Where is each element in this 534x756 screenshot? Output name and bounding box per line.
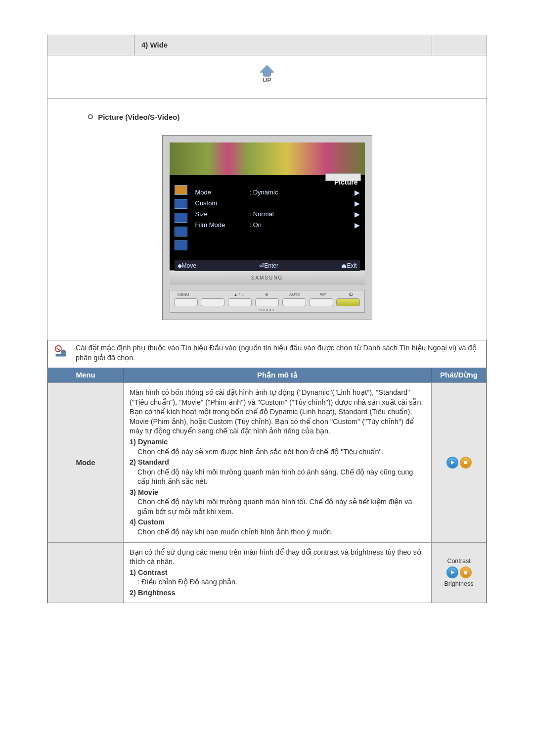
osd-base-label: AUTO: [285, 292, 304, 297]
mode-opt1-body: Chọn chế độ này sẽ xem được hình ảnh sắc…: [137, 447, 425, 457]
up-link-wrap: UP: [47, 55, 487, 98]
table-header-play: Phát/Dừng: [432, 368, 486, 382]
osd-icon-column: [175, 185, 189, 254]
osd-arrow-column: ▶ ▶ ▶ ▶: [355, 187, 360, 231]
table-row: Bạn có thể sử dụng các menu trên màn hìn…: [48, 542, 486, 603]
osd-nav-icon: [175, 185, 187, 195]
custom-opt2-heading: 2) Brightness: [130, 588, 425, 598]
osd-footer-enter: ⏎Enter: [259, 262, 278, 269]
osd-setting-label: Size: [195, 209, 250, 220]
svg-point-3: [61, 350, 66, 355]
mode-opt3-body: Chọn chế độ này khi môi trường quanh màn…: [137, 497, 425, 517]
side-label-brightness: Brightness: [444, 580, 473, 587]
note-text: Cài đặt mặc định phụ thuộc vào Tín hiệu …: [76, 343, 480, 363]
osd-setting-row: Size: Normal: [195, 209, 347, 220]
mode-opt1-heading: 1) Dynamic: [130, 437, 425, 447]
osd-base-label: ⊕: [258, 292, 276, 297]
section-title: Picture (Video/S-Video): [98, 113, 179, 121]
hardware-button: [310, 298, 333, 306]
hardware-button: [174, 298, 198, 306]
osd-base-label: ▲ / ☼: [229, 292, 248, 297]
prev-size-row: 4) Wide: [47, 35, 487, 55]
play-icon[interactable]: [446, 567, 458, 578]
osd-setting-value: : On: [250, 220, 347, 231]
osd-button-base: MENU ▲ / ☼ ⊕ AUTO PIP ⏻ SOU: [170, 290, 365, 313]
mode-opt2-body: Chọn chế độ này khi môi trường quanh màn…: [137, 468, 425, 487]
hardware-button: [201, 298, 224, 306]
osd-setting-value: : Dynamic: [250, 187, 347, 198]
prev-size-right-cell: [432, 35, 487, 55]
osd-footer-exit: ⏏Exit: [341, 262, 356, 269]
osd-setting-row: Custom: [195, 198, 347, 209]
row-description: Màn hình có bốn thông số cài đặt hình ản…: [124, 383, 432, 542]
up-icon[interactable]: UP: [255, 80, 279, 88]
custom-opt1-body: : Điều chỉnh Độ Độ sáng phản.: [137, 577, 425, 587]
prev-size-label: 4) Wide: [141, 41, 168, 49]
osd-base-label: [202, 292, 221, 297]
osd-nav-icon: [175, 199, 187, 209]
hardware-power-button: [336, 298, 360, 306]
osd-title: Picture: [334, 178, 357, 186]
osd-setting-row: Mode: Dynamic: [195, 187, 347, 198]
mode-opt2-heading: 2) Standard: [130, 458, 425, 468]
osd-nav-icon: [175, 213, 187, 223]
osd-footer-exit-label: Exit: [347, 262, 356, 269]
play-icon[interactable]: [446, 457, 458, 469]
osd-setting-row: Film Mode: On: [195, 220, 347, 231]
hardware-button: [255, 298, 279, 306]
bullet-icon: [88, 114, 93, 119]
table-header-desc: Phần mô tả: [124, 368, 432, 382]
row-play-cell: Contrast Brightness: [432, 543, 486, 603]
note-icon: [54, 343, 68, 360]
hardware-button: [228, 298, 252, 306]
prev-size-left-cell: [47, 35, 134, 55]
custom-opt1-heading: 1) Contrast: [130, 568, 425, 578]
prev-size-mid-cell: 4) Wide: [134, 35, 432, 55]
description-frame: Cài đặt mặc định phụ thuộc vào Tín hiệu …: [47, 340, 487, 603]
section-title-row: Picture (Video/S-Video): [47, 99, 487, 125]
osd-footer: ◆Move ⏎Enter ⏏Exit: [175, 260, 360, 271]
osd-photo-background: [170, 142, 365, 175]
note-row: Cài đặt mặc định phụ thuộc vào Tín hiệu …: [48, 340, 486, 368]
osd-nav-icon: [175, 227, 187, 236]
pause-icon[interactable]: [460, 457, 472, 469]
table-row: Mode Màn hình có bốn thông số cài đặt hì…: [48, 382, 486, 542]
osd-setting-label: Film Mode: [195, 220, 250, 231]
pause-icon[interactable]: [460, 567, 472, 578]
side-label-contrast: Contrast: [447, 558, 470, 565]
chevron-right-icon: ▶: [355, 220, 360, 231]
custom-intro-text: Bạn có thể sử dụng các menu trên màn hìn…: [130, 548, 425, 567]
chevron-right-icon: ▶: [355, 198, 360, 209]
mode-intro-text: Màn hình có bốn thông số cài đặt hình ản…: [130, 388, 425, 436]
osd-base-label: MENU: [174, 292, 193, 297]
page: 4) Wide UP Picture (Video/S-Video) Pictu…: [0, 0, 534, 752]
chevron-right-icon: ▶: [355, 187, 360, 198]
osd-base-label: PIP: [313, 292, 332, 297]
osd-setting-value: [250, 198, 347, 209]
osd-nav-icon: [175, 240, 187, 250]
mode-opt3-heading: 3) Movie: [130, 488, 425, 498]
mode-opt4-body: Chọn chế độ này khi bạn muốn chỉnh hình …: [137, 527, 425, 537]
exit-icon: ⏏: [341, 262, 347, 269]
osd-settings-list: Mode: Dynamic Custom Size: Normal Film M…: [195, 187, 347, 231]
osd-base-source-label: SOURCE: [170, 308, 364, 312]
osd-base-buttons: [170, 298, 364, 306]
row-play-cell: [432, 383, 486, 542]
row-menu-name: Mode: [48, 383, 124, 542]
hardware-button: [282, 298, 306, 306]
chevron-right-icon: ▶: [355, 209, 360, 220]
osd-screenshot: Picture Mode: Dynamic Custom Size: Norma…: [162, 135, 372, 320]
row-description: Bạn có thể sử dụng các menu trên màn hìn…: [124, 543, 432, 603]
osd-screen: Picture Mode: Dynamic Custom Size: Norma…: [170, 142, 365, 270]
osd-setting-label: Mode: [195, 187, 250, 198]
osd-footer-move-label: Move: [182, 262, 196, 269]
osd-setting-label: Custom: [195, 198, 250, 209]
osd-footer-move: ◆Move: [178, 262, 196, 269]
row-menu-name: [48, 543, 124, 603]
osd-button-labels: MENU ▲ / ☼ ⊕ AUTO PIP ⏻: [170, 292, 364, 297]
table-header: Menu Phần mô tả Phát/Dừng: [48, 368, 486, 382]
move-icon: ◆: [178, 262, 182, 269]
osd-footer-enter-label: Enter: [264, 262, 278, 269]
osd-bezel: SAMSUNG: [170, 270, 365, 285]
enter-icon: ⏎: [259, 262, 264, 269]
